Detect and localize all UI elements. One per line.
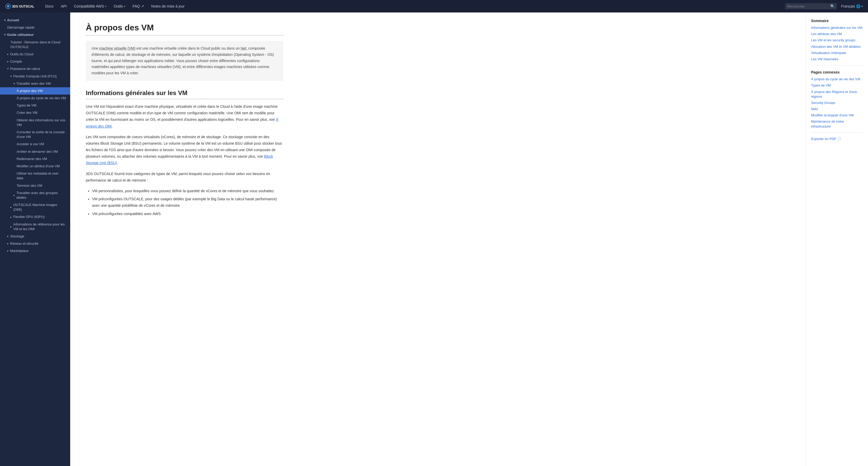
toc-related-item[interactable]: Modifier la keypair d'une VM: [811, 113, 863, 118]
toc-summary-item[interactable]: Les VM réservées: [811, 57, 863, 62]
page-title: À propos des VM: [86, 23, 283, 36]
sidebar-item[interactable]: ▸Stockage: [0, 233, 70, 240]
sidebar-item-label: Puissance de calcul: [10, 66, 40, 71]
toc-related-item[interactable]: Security Groups: [811, 101, 863, 105]
sidebar-item-icon: ▸: [7, 53, 8, 56]
toc-summary-item[interactable]: Virtualisation imbriquée: [811, 51, 863, 55]
sidebar-item[interactable]: ▾Puissance de calcul: [0, 65, 70, 72]
sidebar-item-label: Consulter la sortie de la console d'une …: [17, 130, 66, 139]
content-area: À propos des VM Une machine virtuelle (V…: [86, 23, 283, 217]
sidebar-item-label: OUTSCALE Machine Images (OMI): [13, 203, 66, 212]
section1-para1: Une VM est l'équivalent exact d'une mach…: [86, 103, 283, 130]
sidebar-item-label: Arrêter et démarrer des VM: [17, 149, 58, 154]
sidebar-item-label: Compte: [10, 59, 22, 64]
sidebar-item-icon: ▸: [7, 249, 8, 253]
sidebar-item-label: Informations de référence pour les VM et…: [13, 222, 66, 231]
sidebar-item-label: À propos du cycle de vie des VM: [17, 96, 66, 101]
sidebar-item[interactable]: ▸Réseau et sécurité: [0, 240, 70, 247]
nav-api[interactable]: API: [58, 3, 70, 10]
export-pdf-link[interactable]: Exporter en PDF 📄: [811, 137, 863, 141]
language-selector[interactable]: Français 🌐 ▾: [841, 4, 863, 8]
sidebar-item-label: Accéder à vos VM: [17, 142, 44, 146]
sidebar-item-icon: ▸: [10, 205, 12, 209]
chevron-down-icon: ▾: [124, 5, 125, 8]
toc-related-item[interactable]: À propos des Régions et Sous-régions: [811, 90, 863, 99]
sidebar-item[interactable]: Arrêter et démarrer des VM: [0, 148, 70, 155]
sidebar-item[interactable]: Accéder à vos VM: [0, 140, 70, 148]
sidebar-item-label: Créer des VM: [17, 110, 37, 115]
sidebar-item-label: À propos des VM: [17, 89, 43, 93]
sidebar-item[interactable]: ▾Accueil: [0, 16, 70, 24]
search-box[interactable]: 🔍: [785, 3, 837, 9]
nav-release-notes[interactable]: Notes de mise à jour: [148, 3, 188, 10]
sidebar-item[interactable]: Terminer des VM: [0, 182, 70, 189]
sidebar-item-icon: ▸: [7, 60, 8, 63]
sidebar-item[interactable]: Utiliser les metadata et user data: [0, 170, 70, 182]
sidebar-item[interactable]: ▸Outils du Cloud: [0, 51, 70, 58]
list-item: VM préconfigurées OUTSCALE, pour des usa…: [92, 196, 283, 209]
toc-summary-item[interactable]: Allocation des VM et VM dédiées: [811, 44, 863, 49]
toc-related-title: Pages connexes: [811, 70, 863, 74]
sidebar-item-label: Accueil: [7, 18, 19, 23]
sidebar-item[interactable]: À propos du cycle de vie des VM: [0, 95, 70, 102]
sidebar-item-label: Marketplace: [10, 248, 29, 253]
sidebar-item-label: Types de VM: [17, 103, 36, 108]
sidebar-item-icon: ▸: [7, 242, 8, 245]
nav-right: 🔍 Français 🌐 ▾: [785, 3, 863, 9]
toc-related-item[interactable]: Nets: [811, 107, 863, 111]
toc-summary-item[interactable]: Les VM et les security groups: [811, 38, 863, 43]
nav-docs[interactable]: Docs: [42, 3, 57, 10]
sidebar-item[interactable]: ▸Travailler avec des groupes dédiés: [0, 189, 70, 201]
sidebar-item[interactable]: ▾Guide utilisateur: [0, 31, 70, 38]
toc-related-item[interactable]: À propos du cycle de vie des VM: [811, 77, 863, 81]
search-input[interactable]: [787, 4, 829, 8]
intro-box: Une machine virtuelle (VM) est une machi…: [86, 41, 283, 81]
nav-faq[interactable]: FAQ ↗: [129, 3, 147, 10]
sidebar-item[interactable]: Créer des VM: [0, 109, 70, 116]
toc-related-item[interactable]: Types de VM: [811, 83, 863, 88]
search-icon[interactable]: 🔍: [830, 4, 835, 8]
sidebar-item-label: Redémarrer des VM: [17, 157, 47, 161]
top-navigation: 3DS OUTSCALE Docs API Compatibilité AWS …: [0, 0, 868, 12]
sidebar-item[interactable]: Tutoriel : Démarrer dans le Cloud OUTSCA…: [0, 39, 70, 51]
sidebar-item-label: Flexible GPU (fGPU): [13, 214, 45, 219]
svg-text:3DS OUTSCALE: 3DS OUTSCALE: [12, 5, 34, 8]
sidebar-item-label: Utiliser les metadata et user data: [17, 171, 66, 180]
sidebar-item[interactable]: ▸OUTSCALE Machine Images (OMI): [0, 201, 70, 213]
sidebar-item[interactable]: Types de VM: [0, 102, 70, 109]
section1-para2: Les VM sont composées de coeurs virtuali…: [86, 134, 283, 167]
sidebar-item-icon: ▾: [13, 82, 15, 86]
logo[interactable]: 3DS OUTSCALE: [5, 3, 34, 10]
sidebar-item[interactable]: Consulter la sortie de la console d'une …: [0, 129, 70, 140]
sidebar-item-label: Tutoriel : Démarrer dans le Cloud OUTSCA…: [10, 40, 66, 49]
sidebar-item[interactable]: Redémarrer des VM: [0, 155, 70, 163]
sidebar-item-label: Guide utilisateur: [7, 32, 34, 37]
toc-summary-item[interactable]: Informations générales sur les VM: [811, 26, 863, 30]
sidebar-item-label: Réseau et sécurité: [10, 241, 38, 246]
sidebar-item[interactable]: ▸Marketplace: [0, 247, 70, 255]
sidebar-item-label: Outils du Cloud: [10, 52, 33, 57]
sidebar-item[interactable]: Démarrage rapide: [0, 24, 70, 31]
sidebar-item-icon: ▾: [4, 19, 5, 22]
sidebar-item-icon: ▸: [10, 225, 12, 229]
nav-aws-compat[interactable]: Compatibilité AWS ▾: [71, 3, 109, 10]
sidebar-item[interactable]: À propos des VM: [0, 87, 70, 95]
list-item: VM personnalisées, pour lesquelles vous …: [92, 188, 283, 194]
list-item: VM préconfigurées compatibles avec AWS: [92, 211, 283, 217]
right-toc: Sommaire Informations générales sur les …: [806, 12, 868, 466]
sidebar-item-icon: ▾: [7, 67, 8, 71]
nav-links: Docs API Compatibilité AWS ▾ Outils ▾ FA…: [42, 3, 785, 10]
sidebar-item[interactable]: ▸Informations de référence pour les VM e…: [0, 221, 70, 233]
toc-related-item[interactable]: Maintenance de notre infrastructure: [811, 119, 863, 129]
nav-tools[interactable]: Outils ▾: [111, 3, 128, 10]
sidebar-item[interactable]: ▾Travailler avec des VM: [0, 80, 70, 87]
sidebar-item[interactable]: ▸Flexible GPU (fGPU): [0, 213, 70, 221]
sidebar-item[interactable]: Obtenir des informations sur vos VM: [0, 116, 70, 129]
sidebar-item[interactable]: ▸Compte: [0, 58, 70, 65]
sidebar-item-icon: ▸: [10, 215, 12, 219]
sidebar-item-label: Flexible Compute Unit (FCU): [13, 74, 57, 79]
sidebar-item-label: Terminer des VM: [17, 184, 42, 188]
sidebar-item[interactable]: Modifier un attribut d'une VM: [0, 163, 70, 170]
sidebar-item[interactable]: ▾Flexible Compute Unit (FCU): [0, 73, 70, 80]
toc-summary-item[interactable]: Les attributs des VM: [811, 32, 863, 36]
